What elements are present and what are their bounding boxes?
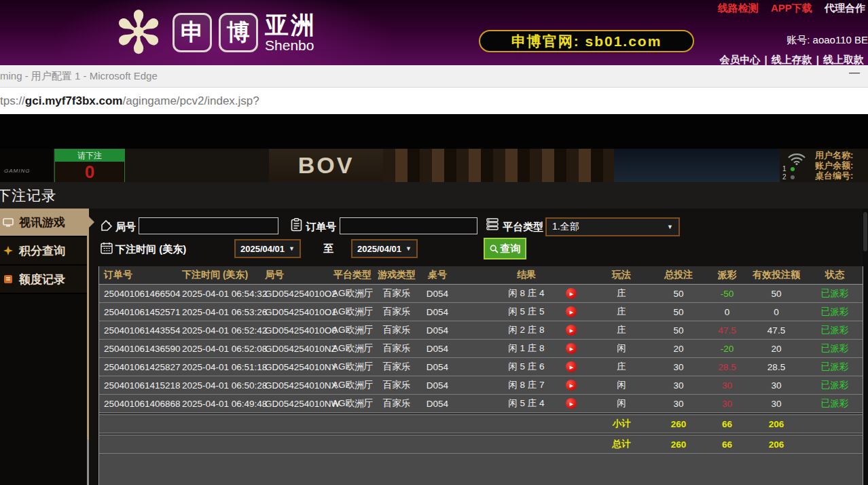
result-text: 闲 5 庄 4: [508, 397, 544, 410]
ledger-icon: [1, 274, 15, 285]
cell-status: 已派彩: [807, 376, 863, 394]
link-member-center[interactable]: 会员中心: [720, 54, 761, 65]
order-number-input[interactable]: [340, 217, 477, 234]
separator: |: [765, 54, 767, 65]
cell-platform: AG欧洲厅: [328, 340, 377, 357]
logo-char-bo: 博: [219, 13, 258, 52]
search-icon: [490, 245, 499, 253]
cell-platform: AG欧洲厅: [328, 395, 377, 412]
sum-cell-tableno: [416, 415, 458, 433]
cell-payout: 30: [708, 376, 746, 394]
sidebar-item-points-query[interactable]: 积分查询: [0, 237, 87, 266]
replay-button[interactable]: ▶: [566, 380, 577, 391]
right-scrollbar[interactable]: [863, 209, 868, 485]
link-deposit[interactable]: 线上存款: [772, 54, 812, 65]
sidebar-divider-scrollbar[interactable]: [87, 209, 89, 485]
cell-round: GD054254010NY: [260, 358, 328, 376]
table-row: 2504010614152182025-04-01 06:50:28GD0542…: [99, 376, 863, 395]
cell-platform: AG欧洲厅: [328, 285, 377, 302]
minimize-button[interactable]: —: [849, 67, 860, 79]
cell-time: 2025-04-01 06:54:32: [177, 285, 260, 302]
column-header: 状态: [807, 266, 863, 284]
url-path: /agingame/pcv2/index.jsp?: [122, 94, 259, 108]
cell-play_type: 庄: [594, 303, 649, 321]
date-from-picker[interactable]: 2025/04/01 ▼: [234, 239, 301, 258]
cell-order: 250401061415218: [99, 376, 177, 394]
cell-total: 30: [649, 358, 708, 376]
table-row: 2504010614365902025-04-01 06:52:08GD0542…: [99, 340, 863, 358]
cell-tableno: D054: [416, 340, 458, 357]
replay-button[interactable]: ▶: [566, 288, 577, 299]
cell-status: 已派彩: [807, 285, 863, 302]
platform-type-dropdown[interactable]: 1.全部 ▼: [545, 217, 680, 236]
bov-sign: BOV: [269, 149, 383, 182]
cell-play_type: 闲: [594, 395, 649, 412]
sum-cell-platform: [328, 415, 377, 433]
bet-status-box: 请下注 0: [54, 149, 125, 182]
flower-logo-icon: ✻: [114, 3, 163, 62]
sidebar-item-credit-records[interactable]: 额度记录: [0, 266, 87, 294]
sum-cell-status: [807, 415, 863, 433]
official-site-pill[interactable]: 申博官网: sb01.com: [479, 30, 694, 52]
cell-result: 闲 5 庄 4▶: [458, 395, 594, 412]
cell-valid: 28.5: [746, 358, 807, 376]
cell-game: 百家乐: [377, 358, 416, 376]
link-app-download[interactable]: APP下载: [771, 2, 812, 14]
scrollbar-thumb[interactable]: [863, 212, 867, 251]
table-list-numbers: 1 2: [782, 165, 795, 181]
wood-pillars: [383, 149, 614, 182]
username-label: 用户名称:: [815, 150, 868, 160]
column-header: 结果: [458, 266, 594, 284]
date-to-picker[interactable]: 2025/04/01 ▼: [351, 239, 418, 258]
link-withdraw[interactable]: 线上取款: [823, 54, 864, 65]
gaming-watermark: GAMING: [4, 168, 30, 174]
bet-records-table: 订单号下注时间 (美东)局号平台类型游戏类型桌号结果玩法总投注派彩有效投注额状态…: [98, 266, 863, 485]
replay-button[interactable]: ▶: [566, 325, 577, 336]
tag-icon: [101, 219, 113, 232]
search-button[interactable]: 查询: [484, 238, 526, 259]
sum-cell-order: [99, 435, 177, 453]
table-number-label: 桌台编号:: [815, 170, 868, 181]
column-header: 下注时间 (美东): [177, 266, 260, 284]
replay-button[interactable]: ▶: [566, 361, 577, 372]
sidebar-item-video-games[interactable]: 视讯游戏: [0, 209, 87, 237]
url-bar[interactable]: tps://gci.myf7f3bx.com/agingame/pcv2/ind…: [0, 88, 868, 115]
page-title: 下注记录: [0, 186, 56, 205]
cell-total: 30: [649, 376, 708, 394]
column-header: 有效投注额: [746, 266, 807, 284]
cell-payout: 47.5: [708, 321, 746, 339]
replay-button[interactable]: ▶: [566, 306, 577, 317]
sum-cell-time: [177, 415, 260, 433]
cell-total: 50: [649, 285, 708, 302]
cell-result: 闲 5 庄 6▶: [458, 358, 594, 376]
cell-valid: 20: [746, 340, 807, 357]
logo: ✻ 申 博 亚洲 Shenbo: [114, 1, 317, 64]
top-links: 线路检测 APP下载 代理合作: [708, 2, 865, 15]
sum-cell-payout: 66: [708, 415, 746, 433]
cell-valid: 50: [746, 285, 807, 302]
sum-cell-game: [377, 435, 416, 453]
link-line-check[interactable]: 线路检测: [718, 2, 759, 14]
link-agent-coop[interactable]: 代理合作: [825, 2, 865, 14]
sum-cell-time: [177, 435, 260, 453]
cell-status: 已派彩: [807, 395, 863, 412]
cell-valid: 0: [746, 303, 807, 321]
cell-tableno: D054: [416, 358, 458, 376]
player-info-labels: 用户名称: 账户余额: 桌台编号:: [815, 150, 868, 181]
replay-button[interactable]: ▶: [566, 343, 577, 354]
dark-doorway: [614, 149, 780, 182]
round-number-input[interactable]: [139, 217, 278, 234]
chevron-down-icon: ▼: [405, 245, 412, 252]
cell-status: 已派彩: [807, 303, 863, 321]
cell-total: 50: [649, 303, 708, 321]
replay-button[interactable]: ▶: [566, 398, 577, 409]
sidebar: 视讯游戏 积分查询 额度记录: [0, 209, 87, 485]
date-from-value: 2025/04/01: [240, 244, 285, 254]
sum-cell-tableno: [416, 435, 458, 453]
cell-payout: 0: [708, 303, 746, 321]
cell-time: 2025-04-01 06:50:28: [177, 376, 260, 394]
cell-time: 2025-04-01 06:53:26: [177, 303, 260, 321]
countdown-value: 0: [55, 162, 124, 182]
table-row: 2504010614435542025-04-01 06:52:42GD0542…: [99, 321, 863, 340]
sum-cell-round: [260, 415, 328, 433]
